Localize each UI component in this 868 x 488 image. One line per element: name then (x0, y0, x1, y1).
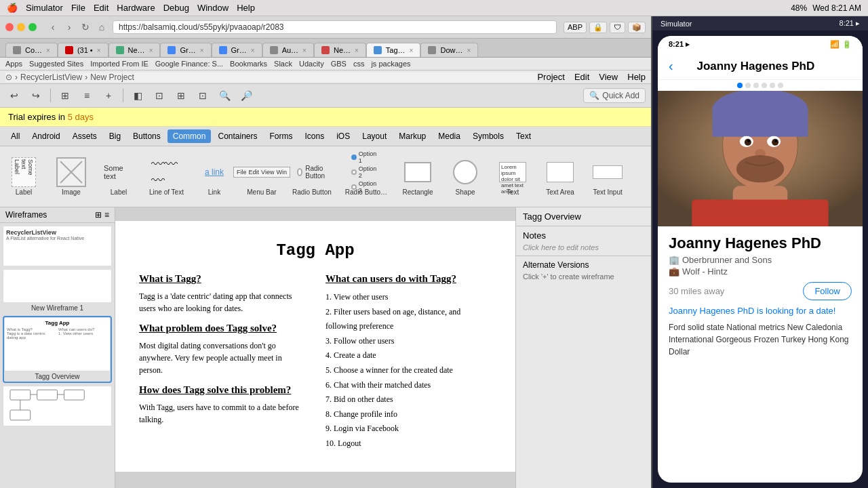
comp-text[interactable]: Lorem ipsum dolor sit amet text area Tex… (489, 155, 536, 199)
bookmark-css[interactable]: css (353, 60, 365, 68)
comp-radio-group[interactable]: Option 1 Option 2 Option 3 Radio Butto… (338, 155, 394, 199)
sidebar-list-icon[interactable]: ≡ (104, 210, 109, 220)
refresh-button[interactable]: ↻ (79, 20, 92, 34)
zoom-fit-btn[interactable]: ⊡ (194, 87, 212, 104)
tab-gr2[interactable]: Gr…× (212, 43, 262, 57)
bookmark-google-finance[interactable]: Google Finance: S... (155, 60, 223, 68)
comp-shape[interactable]: Shape (441, 155, 489, 199)
close-button[interactable] (5, 23, 14, 31)
sidebar-item-recycler[interactable]: RecyclerListView A FlatList alternative … (3, 226, 112, 266)
comp-menubar[interactable]: FileEditViewWin Menu Bar (238, 155, 285, 199)
sidebar-grid-icon[interactable]: ⊞ (95, 210, 102, 220)
add-btn[interactable]: + (100, 87, 117, 104)
comp-textarea[interactable]: Text Area (536, 155, 584, 199)
menu-debug[interactable]: Debug (163, 3, 189, 13)
dot-2[interactable] (745, 83, 751, 88)
menu-project[interactable]: Project (537, 72, 564, 82)
tab-au[interactable]: Au…× (262, 43, 314, 57)
bookmark-slack[interactable]: Slack (274, 60, 292, 68)
dot-4[interactable] (762, 83, 767, 88)
tab-forms[interactable]: Forms (264, 129, 298, 143)
maximize-button[interactable] (28, 23, 37, 31)
zoom-out-btn[interactable]: 🔎 (237, 87, 255, 104)
dropbox-button[interactable]: 📦 (628, 22, 646, 33)
menu-hardware[interactable]: Hardware (117, 3, 155, 13)
tab-ne2[interactable]: Ne…× (314, 43, 366, 57)
tab-markup[interactable]: Markup (393, 129, 431, 143)
breadcrumb-project[interactable]: New Project (90, 73, 134, 82)
address-bar[interactable]: https://balsamiq.cloud/s55pykj/pvaaoap/r… (113, 20, 557, 34)
menu-file[interactable]: File (71, 3, 85, 13)
comp-link[interactable]: a link Link (191, 155, 238, 199)
comp-text-label[interactable]: Some text Label (95, 155, 142, 199)
tab-all[interactable]: All (5, 129, 25, 143)
bookmark-apps[interactable]: Apps (5, 60, 22, 68)
back-button[interactable]: ‹ (669, 58, 673, 74)
dot-3[interactable] (753, 83, 759, 88)
bookmark-gbs[interactable]: GBS (331, 60, 347, 68)
tab-close-icon[interactable]: × (149, 47, 153, 54)
forward-nav-button[interactable]: › (62, 20, 76, 34)
menu-edit[interactable]: Edit (94, 3, 108, 13)
minimize-button[interactable] (17, 23, 25, 31)
menu-help[interactable]: Help (237, 3, 255, 13)
bookmark-bookmarks[interactable]: Bookmarks (230, 60, 267, 68)
bookmark-imported[interactable]: Imported From IE (90, 60, 149, 68)
tab-gr[interactable]: Gr…× (160, 43, 211, 57)
apple-logo-icon[interactable]: 🍎 (7, 3, 18, 13)
undo-button[interactable]: ↩ (5, 87, 23, 104)
dot-5[interactable] (770, 83, 775, 88)
menu-view[interactable]: View (599, 72, 618, 82)
redo-button[interactable]: ↪ (27, 87, 45, 104)
sidebar-item-flow[interactable] (3, 386, 112, 426)
tab-layout[interactable]: Layout (357, 129, 392, 143)
tab-close-icon[interactable]: × (302, 47, 307, 54)
alt-versions-text[interactable]: Click '+' to create wireframe (523, 272, 644, 281)
comp-label[interactable]: Some textLabel Label (0, 155, 47, 199)
comp-textinput[interactable]: Text Input (584, 155, 631, 199)
comp-image[interactable]: Image (47, 155, 95, 199)
tab-text[interactable]: Text (511, 129, 536, 143)
grid-btn[interactable]: ⊞ (56, 87, 74, 104)
tab-co[interactable]: Co…× (5, 43, 58, 57)
comp-line-of-text[interactable]: 〰〰〰 Line of Text (142, 155, 191, 199)
list-btn[interactable]: ≡ (78, 87, 96, 104)
tab-close-icon[interactable]: × (46, 47, 50, 54)
tab-symbols[interactable]: Symbols (467, 129, 509, 143)
dot-6[interactable] (778, 83, 783, 88)
tab-close-icon[interactable]: × (355, 47, 359, 54)
bookmark-suggested[interactable]: Suggested Sites (29, 60, 83, 68)
sidebar-item-wireframe1[interactable]: New Wireframe 1 (3, 269, 112, 313)
follow-button[interactable]: Follow (803, 282, 852, 300)
tab-dow[interactable]: Dow…× (420, 43, 478, 57)
menu-simulator[interactable]: Simulator (26, 3, 63, 13)
tab-big[interactable]: Big (104, 129, 126, 143)
ext-button-1[interactable]: 🔒 (589, 22, 607, 33)
comp-radio[interactable]: Radio Button Radio Button (285, 155, 338, 199)
tab-common[interactable]: Common (167, 129, 212, 143)
comp-rect[interactable]: Rectangle (394, 155, 441, 199)
tab-assets[interactable]: Assets (67, 129, 102, 143)
tab-containers[interactable]: Containers (212, 129, 262, 143)
bookmark-js[interactable]: js packages (371, 60, 410, 68)
tab-close-icon[interactable]: × (97, 47, 101, 54)
dot-1[interactable] (737, 83, 743, 88)
tab-buttons[interactable]: Buttons (127, 129, 166, 143)
menu-window[interactable]: Window (197, 3, 229, 13)
quick-add-button[interactable]: 🔍 Quick Add (583, 88, 646, 103)
tab-icons[interactable]: Icons (300, 129, 330, 143)
tab-31[interactable]: (31 •× (58, 43, 108, 57)
menu-help[interactable]: Help (627, 72, 646, 82)
align-center-btn[interactable]: ⊡ (151, 87, 168, 104)
tab-ne[interactable]: Ne…× (108, 43, 161, 57)
tab-close-icon[interactable]: × (410, 47, 414, 54)
tab-tag[interactable]: Tag…× (366, 43, 421, 57)
canvas[interactable]: Tagg App What is Tagg? Tagg is a 'date c… (115, 207, 515, 488)
bookmark-udacity[interactable]: Udacity (299, 60, 324, 68)
menu-edit[interactable]: Edit (574, 72, 589, 82)
sidebar-item-tagg[interactable]: Tagg App What is Tagg?Tagg is a date cen… (3, 316, 112, 383)
home-button[interactable]: ⌂ (95, 20, 108, 34)
tab-android[interactable]: Android (26, 129, 65, 143)
align-right-btn[interactable]: ⊞ (172, 87, 190, 104)
breadcrumb-recycler[interactable]: RecyclerListView (20, 73, 82, 82)
